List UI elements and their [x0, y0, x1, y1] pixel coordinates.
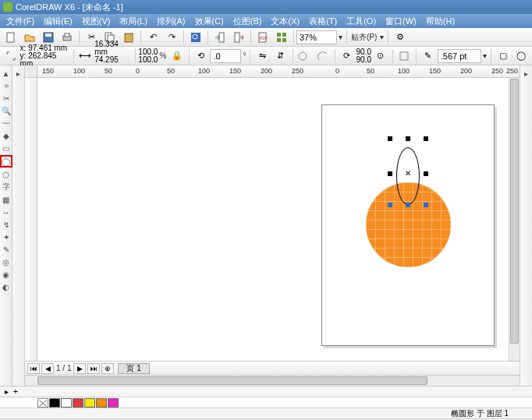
horizontal-scrollbar[interactable] [25, 375, 520, 386]
canvas[interactable]: 150 100 50 0 50 100 150 200 250 0 50 100… [25, 65, 520, 386]
docker-toggle[interactable]: ▸ [13, 68, 24, 79]
snap-label[interactable]: 贴齐(P) [351, 32, 377, 43]
menu-edit[interactable]: 编辑(E) [39, 16, 77, 27]
table-tool[interactable]: ▦ [1, 194, 12, 205]
rotate-input[interactable] [210, 49, 241, 63]
document-page[interactable]: ✕ [321, 104, 495, 346]
no-fill-swatch[interactable] [37, 398, 48, 408]
page-tab[interactable]: 页 1 [118, 363, 149, 374]
add-page-button[interactable]: ⊕ [101, 363, 114, 374]
zoom-tool[interactable]: 🔍 [1, 105, 12, 116]
vertical-scrollbar[interactable] [509, 78, 520, 361]
next-page-button[interactable]: ▶ [73, 363, 86, 374]
lock-aspect-button[interactable]: 🔒 [168, 48, 186, 64]
selection-handle[interactable] [406, 136, 410, 141]
rectangle-tool[interactable]: ▭ [1, 143, 12, 154]
selection-handle[interactable] [406, 203, 410, 207]
menu-arrange[interactable]: 排列(A) [152, 16, 190, 27]
prev-page-button[interactable]: ◀ [41, 363, 54, 374]
color-swatch[interactable] [96, 398, 107, 408]
polygon-tool[interactable]: ⬠ [1, 169, 12, 180]
scrollbar-thumb[interactable] [510, 79, 519, 344]
options-button[interactable]: ⚙ [392, 30, 409, 45]
freehand-tool[interactable]: 〰 [1, 118, 12, 129]
effects-tool[interactable]: ✦ [1, 231, 12, 242]
convert-curves-button[interactable]: ◯ [512, 48, 530, 64]
scale-y-value[interactable]: 100.0 [138, 56, 158, 64]
selection-handle[interactable] [388, 136, 392, 141]
angle-bottom-value[interactable]: 90.0 [356, 56, 371, 64]
zoom-input[interactable] [296, 30, 337, 44]
eyedropper-tool[interactable]: ✎ [1, 244, 12, 255]
smart-fill-tool[interactable]: ◆ [1, 130, 12, 141]
outline-tool[interactable]: ◎ [1, 256, 12, 267]
menu-table[interactable]: 表格(T) [304, 16, 342, 27]
app-launcher-button[interactable] [273, 30, 290, 45]
crop-tool[interactable]: ✂ [1, 93, 12, 104]
menu-help[interactable]: 帮助(H) [421, 16, 459, 27]
chevron-down-icon[interactable]: ▾ [339, 33, 342, 41]
import-button[interactable] [211, 30, 229, 45]
color-swatch[interactable] [84, 398, 95, 408]
fill-tool[interactable]: ◉ [1, 269, 12, 280]
plus-icon[interactable]: + [13, 387, 18, 396]
publish-pdf-button[interactable]: PDF [254, 30, 271, 45]
scale-x-value[interactable]: 100.0 [138, 48, 158, 56]
shape-tool[interactable]: ✧ [1, 80, 12, 91]
text-tool[interactable]: 字 [1, 182, 12, 192]
chevron-down-icon[interactable]: ▾ [380, 33, 384, 41]
last-page-button[interactable]: ⏭ [87, 363, 100, 374]
search-button[interactable] [187, 30, 204, 45]
menu-tools[interactable]: 工具(O) [342, 16, 381, 27]
pie-button[interactable] [296, 48, 314, 64]
color-swatch[interactable] [73, 398, 83, 408]
menu-view[interactable]: 视图(V) [77, 16, 115, 27]
wrap-text-button[interactable] [396, 48, 413, 64]
pick-tool[interactable]: ▲ [1, 68, 12, 79]
menu-window[interactable]: 窗口(W) [381, 16, 421, 27]
interactive-fill-tool[interactable]: ◐ [1, 281, 12, 292]
selected-object-label: 椭圆形 于 图层 1 [451, 408, 509, 419]
selection-handle[interactable] [388, 203, 392, 207]
selection-handle[interactable] [388, 171, 392, 176]
undo-button[interactable]: ↶ [144, 30, 161, 45]
outline-width-input[interactable] [438, 49, 481, 63]
selection-handle[interactable] [424, 171, 428, 176]
ellipse-tool[interactable]: ◯ [0, 155, 12, 168]
selection-handle[interactable] [424, 136, 428, 141]
menu-layout[interactable]: 布局(L) [115, 16, 151, 27]
menu-bitmap[interactable]: 位图(B) [229, 16, 267, 27]
mirror-v-button[interactable]: ⇵ [272, 48, 289, 64]
dimension-tool[interactable]: ↔ [1, 206, 12, 217]
menu-effect[interactable]: 效果(C) [190, 16, 229, 27]
hint-bar: ▸ + [0, 386, 532, 397]
center-marker-icon[interactable]: ✕ [405, 169, 411, 178]
menu-text[interactable]: 文本(X) [266, 16, 304, 27]
print-button[interactable] [59, 30, 76, 45]
chevron-down-icon[interactable]: ▾ [483, 51, 487, 60]
connector-tool[interactable]: ↯ [1, 219, 12, 230]
new-button[interactable] [2, 30, 20, 45]
menu-file[interactable]: 文件(F) [2, 16, 39, 27]
export-button[interactable] [230, 30, 247, 45]
scrollbar-thumb[interactable] [37, 376, 427, 385]
mirror-h-button[interactable]: ⇋ [254, 48, 271, 64]
color-swatch[interactable] [49, 398, 60, 408]
arrow-right-icon[interactable]: ▸ [5, 387, 9, 396]
angle-top-value[interactable]: 90.0 [356, 48, 371, 56]
first-page-button[interactable]: ⏮ [27, 363, 40, 374]
color-swatch[interactable] [108, 398, 119, 408]
width-value[interactable]: 16.334 mm [94, 41, 133, 56]
color-swatch[interactable] [61, 398, 72, 408]
open-button[interactable] [21, 30, 38, 45]
ruler-horizontal[interactable]: 150 100 50 0 50 100 150 200 250 0 50 100… [37, 65, 520, 78]
save-button[interactable] [40, 30, 57, 45]
selection-handle[interactable] [424, 203, 428, 207]
ruler-vertical[interactable] [25, 78, 37, 386]
to-front-button[interactable]: ▢ [495, 48, 512, 64]
arc-button[interactable] [314, 48, 332, 64]
direction-button[interactable]: ⊙ [372, 48, 389, 64]
docker-expand[interactable]: ▸ [521, 68, 532, 79]
ruler-origin[interactable] [25, 65, 37, 78]
redo-button[interactable]: ↷ [163, 30, 180, 45]
